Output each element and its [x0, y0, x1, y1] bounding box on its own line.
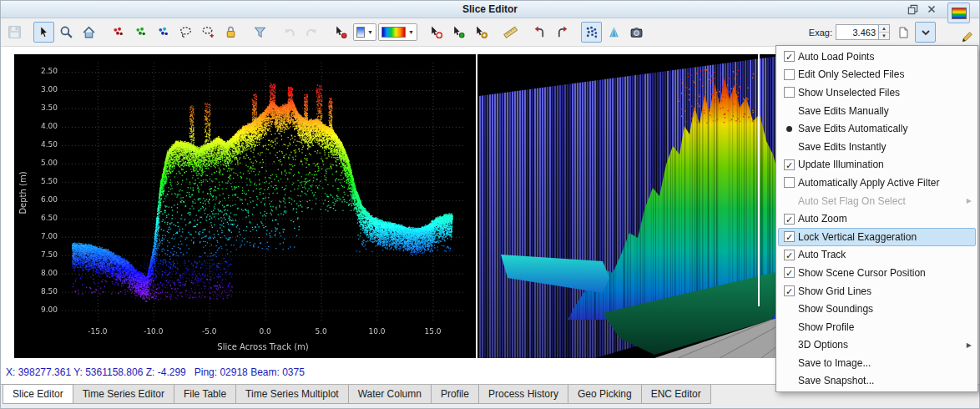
- menu-item-auto-track[interactable]: ✓Auto Track: [778, 246, 976, 265]
- exag-input[interactable]: [836, 24, 879, 40]
- float-window-icon: [907, 3, 919, 16]
- slice-editor-window: Slice Editor ▼▼ Exag:: [0, 0, 980, 409]
- tab-water-column[interactable]: Water Column: [348, 385, 432, 404]
- menu-item-auto-set-flag-on-select[interactable]: Auto Set Flag On Select▶: [778, 192, 976, 210]
- select-blue-button[interactable]: [153, 22, 174, 43]
- tab-profile[interactable]: Profile: [431, 385, 479, 404]
- menu-item-label: Auto Set Flag On Select: [798, 195, 962, 207]
- close-button[interactable]: [923, 2, 939, 17]
- checked-checkbox-icon: ✓: [780, 214, 798, 225]
- cursor-pick-add-button[interactable]: [448, 22, 469, 43]
- menu-item-automatically-apply-active-filter[interactable]: Automatically Apply Active Filter: [778, 174, 976, 192]
- home-icon: [82, 25, 96, 39]
- menu-item-save-edits-manually[interactable]: Save Edits Manually: [778, 102, 976, 120]
- water-column-button[interactable]: [604, 22, 624, 43]
- tab-slice-editor[interactable]: Slice Editor: [3, 384, 73, 404]
- camera-button[interactable]: [626, 22, 647, 43]
- exag-document-button[interactable]: [892, 22, 913, 43]
- redo-button[interactable]: [301, 22, 322, 43]
- turn-left-button[interactable]: [529, 22, 550, 43]
- float-window-button[interactable]: [905, 2, 921, 17]
- turn-right-button[interactable]: [552, 22, 573, 43]
- lock-button[interactable]: [220, 22, 241, 43]
- exag-spinner[interactable]: ▲ ▼: [879, 24, 890, 40]
- menu-item-save-edits-automatically[interactable]: Save Edits Automatically: [778, 119, 976, 138]
- redo-icon: [305, 25, 319, 39]
- colormap-window-button[interactable]: [947, 3, 970, 23]
- select-cursor-button[interactable]: [33, 22, 54, 43]
- menu-item-save-to-image[interactable]: Save to Image...: [778, 354, 976, 372]
- toolbar-separator: [100, 23, 107, 42]
- rainbow-colormap-icon: [952, 8, 967, 19]
- unchecked-checkbox-icon: [780, 87, 798, 98]
- menu-item-lock-vertical-exaggeration[interactable]: ✓Lock Vertical Exaggeration: [778, 228, 976, 246]
- menu-item-label: Show Scene Cursor Position: [798, 267, 962, 279]
- toolbar-separator: [522, 23, 528, 42]
- home-button[interactable]: [78, 22, 99, 43]
- toolbar-separator: [418, 23, 425, 42]
- point-color-button[interactable]: [331, 22, 351, 43]
- radio-selected-icon: [780, 126, 798, 132]
- cursor-pick-button[interactable]: [426, 22, 447, 43]
- menu-item-auto-zoom[interactable]: ✓Auto Zoom: [778, 210, 976, 228]
- menu-item-update-illumination[interactable]: ✓Update Illumination: [778, 156, 976, 174]
- chevron-down-icon: ▼: [408, 29, 414, 35]
- menu-item-label: Edit Only Selected Files: [798, 68, 962, 80]
- lasso-add-button[interactable]: [198, 22, 219, 43]
- select-green-button[interactable]: [130, 22, 151, 43]
- edit-colormap-button[interactable]: [957, 28, 976, 45]
- tab-file-table[interactable]: File Table: [174, 385, 236, 404]
- menu-item-show-unselected-files[interactable]: Show Unselected Files: [778, 83, 976, 102]
- select-blue-icon: [156, 25, 170, 39]
- menu-item-label: Auto Track: [798, 249, 962, 260]
- document-icon: [897, 26, 910, 39]
- tab-enc-editor[interactable]: ENC Editor: [641, 385, 711, 404]
- measure-button[interactable]: [500, 22, 521, 43]
- menu-item-show-profile[interactable]: Show Profile: [778, 318, 976, 336]
- close-icon: [926, 3, 937, 15]
- cursor-settings-button[interactable]: [471, 22, 492, 43]
- undo-button[interactable]: [279, 22, 300, 43]
- spin-up-icon[interactable]: ▲: [879, 25, 889, 32]
- tab-geo-picking[interactable]: Geo Picking: [568, 385, 642, 404]
- menu-item-label: Auto Load Points: [798, 51, 962, 63]
- menu-item-label: Save to Image...: [798, 357, 962, 369]
- cursor-pick-icon: [429, 25, 443, 39]
- menu-item-label: Save Edits Automatically: [798, 123, 962, 134]
- colormap-dropdown-button[interactable]: ▼: [378, 23, 417, 41]
- select-green-icon: [134, 25, 148, 39]
- tab-time-series-multiplot[interactable]: Time Series Multiplot: [235, 385, 349, 404]
- menu-item-edit-only-selected-files[interactable]: Edit Only Selected Files: [778, 66, 976, 84]
- slice-2d-view[interactable]: [14, 54, 476, 358]
- checked-checkbox-icon: ✓: [780, 51, 798, 62]
- menu-item-show-grid-lines[interactable]: ✓Show Grid Lines: [778, 282, 976, 300]
- pick-filter-button[interactable]: [250, 22, 270, 43]
- lasso-button[interactable]: [175, 22, 196, 43]
- menu-item-label: Show Profile: [798, 321, 962, 333]
- toolbar-separator: [271, 23, 278, 42]
- menu-item-label: Automatically Apply Active Filter: [798, 177, 962, 189]
- tab-process-history[interactable]: Process History: [478, 385, 568, 404]
- select-red-button[interactable]: [108, 22, 129, 43]
- gradient-dropdown-button[interactable]: ▼: [353, 23, 376, 41]
- zoom-button[interactable]: [56, 22, 77, 43]
- soundings-button[interactable]: [581, 22, 602, 43]
- toolbar-separator: [26, 23, 33, 42]
- slice-options-menu-button[interactable]: [915, 22, 936, 43]
- menu-item-show-scene-cursor-position[interactable]: ✓Show Scene Cursor Position: [778, 264, 976, 282]
- tab-time-series-editor[interactable]: Time Series Editor: [73, 385, 174, 404]
- turn-right-icon: [555, 25, 569, 39]
- spin-down-icon[interactable]: ▼: [879, 32, 889, 39]
- menu-item-3d-options[interactable]: 3D Options▶: [778, 336, 976, 355]
- title-bar[interactable]: Slice Editor: [1, 1, 979, 18]
- menu-item-save-snapshot[interactable]: Save Snapshot...: [778, 372, 976, 391]
- menu-item-auto-load-points[interactable]: ✓Auto Load Points: [778, 48, 976, 66]
- save-button[interactable]: [4, 22, 25, 43]
- menu-item-show-soundings[interactable]: Show Soundings: [778, 300, 976, 318]
- save-icon: [8, 25, 22, 39]
- soundings-icon: [584, 25, 599, 39]
- lasso-add-icon: [201, 25, 215, 39]
- gradient-swatch-icon: [356, 27, 365, 38]
- select-cursor-icon: [37, 25, 51, 39]
- menu-item-save-edits-instantly[interactable]: Save Edits Instantly: [778, 138, 976, 156]
